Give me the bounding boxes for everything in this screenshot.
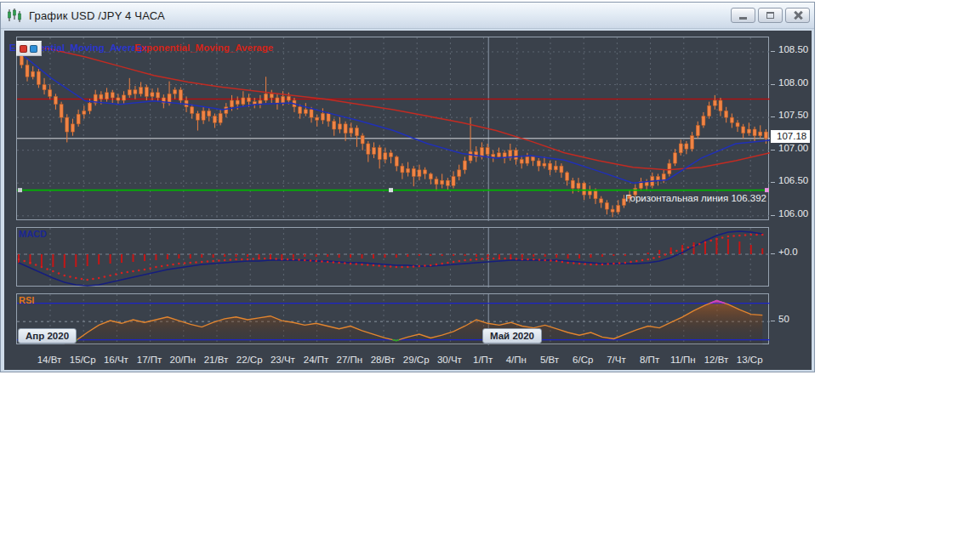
line-handle (389, 188, 393, 192)
macd-zero-label: +0.0 (770, 247, 798, 257)
price-tick-label: 108.00 (770, 77, 808, 88)
minimize-button[interactable] (731, 8, 755, 23)
price-chart-panel[interactable]: Горизонтальная линия 106.392 (16, 37, 769, 220)
maximize-button[interactable] (758, 8, 783, 23)
title-bar[interactable]: График USD /JPY 4 ЧАСА (1, 3, 814, 29)
horizontal-annotation-line[interactable]: Горизонтальная линия 106.392 (17, 188, 770, 203)
rsi-axis: 50 (770, 293, 812, 344)
legend-ema-red: Exponential_Moving_Average (134, 43, 273, 53)
price-axis: 108.50108.00107.50107.00106.50106.00107.… (770, 37, 812, 220)
window-title: График USD /JPY 4 ЧАСА (29, 9, 165, 22)
price-tick-label: 106.50 (770, 175, 808, 185)
line-handle (18, 188, 22, 192)
month-chip-april[interactable]: Апр 2020 (18, 328, 77, 344)
chart-window: График USD /JPY 4 ЧАСА Exponential_Movin… (0, 2, 815, 372)
date-tick-label: 11/Пн (670, 355, 696, 365)
price-tick-label: 107.50 (770, 110, 808, 120)
date-tick-label: 30/Чт (437, 355, 462, 365)
date-tick-label: 22/Ср (236, 355, 263, 365)
maximize-icon (766, 12, 774, 19)
current-price-tag: 107.18 (771, 130, 810, 143)
date-tick-label: 20/Пн (169, 355, 196, 365)
date-tick-label: 14/Вт (37, 355, 62, 365)
rsi-chart[interactable] (17, 294, 770, 345)
date-tick-label: 6/Ср (573, 355, 593, 365)
date-axis: 14/Вт15/Ср16/Чт17/Пт20/Пн21/Вт22/Ср23/Чт… (16, 351, 769, 368)
rsi-fill (65, 301, 763, 346)
date-tick-label: 24/Пт (304, 355, 329, 365)
minimize-icon (739, 17, 747, 20)
macd-panel[interactable] (16, 227, 769, 287)
price-chart[interactable]: Горизонтальная линия 106.392 (17, 37, 770, 221)
price-tick-label: 108.50 (770, 44, 808, 54)
date-tick-label: 4/Пн (506, 355, 527, 365)
date-tick-label: 13/Ср (737, 355, 763, 365)
candles-series (20, 42, 767, 217)
line-handle (765, 188, 769, 192)
annotation-label: Горизонтальная линия 106.392 (625, 193, 766, 203)
macd-indicator-label: MACD (19, 229, 47, 239)
macd-signal-line (19, 231, 762, 286)
date-tick-label: 21/Вт (204, 355, 229, 365)
rsi-panel[interactable] (16, 293, 769, 344)
date-tick-label: 1/Пт (473, 355, 493, 365)
chart-client-area: Exponential_Moving_Average Exponential_M… (4, 31, 812, 370)
date-tick-label: 27/Пн (336, 355, 362, 365)
date-tick-label: 7/Чт (607, 355, 626, 365)
macd-histogram (19, 238, 762, 268)
macd-chart[interactable] (17, 228, 770, 287)
date-tick-label: 8/Пт (640, 355, 659, 365)
price-tick-label: 106.00 (770, 208, 808, 219)
month-chip-may[interactable]: Май 2020 (482, 328, 542, 344)
ema-red-line (17, 44, 770, 170)
date-tick-label: 16/Чт (104, 355, 128, 365)
series-toolbar (16, 41, 42, 56)
date-tick-label: 28/Вт (371, 355, 396, 365)
macd-axis: +0.0 (770, 227, 812, 287)
price-tick-label: 107.00 (770, 143, 808, 153)
date-tick-label: 17/Пт (137, 355, 162, 365)
date-tick-label: 5/Вт (540, 355, 559, 365)
rsi-mid-label: 50 (770, 314, 789, 324)
ema-blue-line (17, 50, 770, 183)
date-tick-label: 12/Вт (704, 355, 729, 365)
rsi-indicator-label: RSI (19, 295, 34, 305)
date-tick-label: 15/Ср (70, 355, 96, 365)
macd-dotted-line (18, 234, 764, 281)
close-icon (794, 11, 802, 20)
close-button[interactable] (785, 8, 810, 23)
date-tick-label: 23/Чт (271, 355, 295, 365)
candlestick-chart-icon (8, 9, 23, 22)
series-blue-button[interactable] (30, 45, 37, 53)
date-tick-label: 29/Ср (403, 355, 430, 365)
series-red-button[interactable] (20, 45, 27, 53)
